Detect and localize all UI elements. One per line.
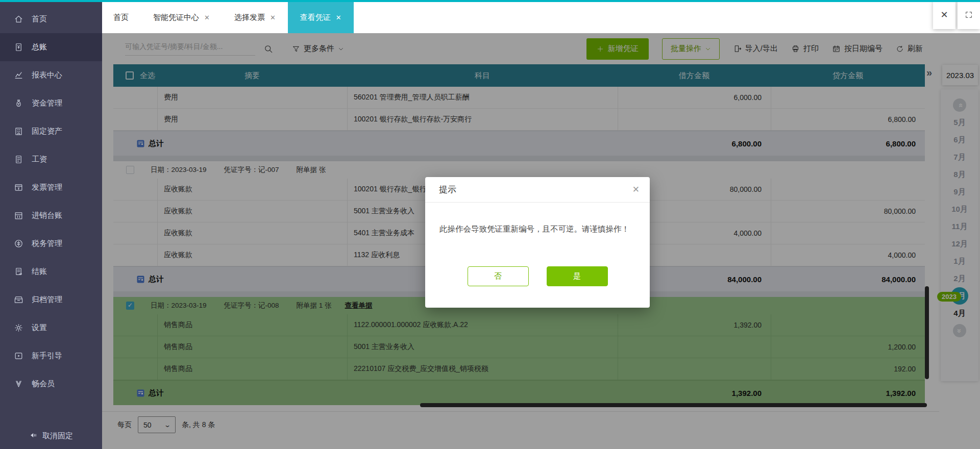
sidebar-item-label: 总账 xyxy=(32,42,47,52)
sidebar-item-2[interactable]: 总账 xyxy=(0,33,102,61)
invoice-icon xyxy=(13,183,23,193)
sidebar-item-5[interactable]: 固定资产 xyxy=(0,117,102,145)
closing-icon xyxy=(13,267,23,277)
tab-2[interactable]: 智能凭证中心✕ xyxy=(141,2,222,33)
sidebar-unpin-label: 取消固定 xyxy=(42,431,73,441)
guide-icon xyxy=(13,351,23,361)
sidebar-item-label: 工资 xyxy=(32,155,47,164)
tab-close-icon[interactable]: ✕ xyxy=(270,14,276,21)
sidebar-item-1[interactable]: 首页 xyxy=(0,5,102,33)
sidebar-item-14[interactable]: 畅会员 xyxy=(0,370,102,398)
fullscreen-icon xyxy=(965,11,973,19)
tab-3[interactable]: 选择发票✕ xyxy=(222,2,288,33)
sidebar-item-4[interactable]: 资金管理 xyxy=(0,89,102,117)
sidebar-item-label: 固定资产 xyxy=(32,127,62,136)
sidebar-item-label: 资金管理 xyxy=(32,98,62,108)
home-icon xyxy=(13,14,23,24)
tab-label: 选择发票 xyxy=(234,13,265,22)
sidebar-item-label: 发票管理 xyxy=(32,183,62,192)
sidebar-item-label: 首页 xyxy=(32,14,47,24)
sidebar-item-label: 进销台账 xyxy=(32,211,62,220)
dialog-message: 此操作会导致凭证重新编号，且不可逆。请谨慎操作！ xyxy=(425,203,650,235)
member-icon xyxy=(13,379,23,389)
fullscreen-button[interactable] xyxy=(958,0,980,29)
ledger-icon xyxy=(13,42,23,53)
tab-4[interactable]: 查看凭证✕ xyxy=(288,2,354,33)
sidebar-item-label: 畅会员 xyxy=(32,379,55,389)
archive-icon xyxy=(13,295,23,305)
sidebar-unpin-button[interactable]: 取消固定 xyxy=(0,422,102,449)
top-accent-strip xyxy=(0,0,980,2)
funds-icon xyxy=(13,98,23,109)
sidebar-item-label: 归档管理 xyxy=(32,295,62,305)
assets-icon xyxy=(13,127,23,137)
tab-bar: 首页智能凭证中心✕选择发票✕查看凭证✕ xyxy=(102,2,980,33)
sidebar-item-13[interactable]: 新手引导 xyxy=(0,342,102,370)
tab-label: 查看凭证 xyxy=(300,13,331,22)
tab-close-icon[interactable]: ✕ xyxy=(336,14,341,21)
dialog-no-button[interactable]: 否 xyxy=(468,266,529,286)
sidebar-item-12[interactable]: 设置 xyxy=(0,314,102,342)
collapse-pin-icon xyxy=(29,431,39,441)
close-window-button[interactable]: ✕ xyxy=(933,0,955,29)
sidebar-item-8[interactable]: 进销台账 xyxy=(0,202,102,230)
report-icon xyxy=(13,70,23,81)
settings-icon xyxy=(13,323,23,333)
sidebar-item-label: 结账 xyxy=(32,267,47,277)
tax-icon xyxy=(13,239,23,249)
tab-1[interactable]: 首页 xyxy=(102,2,141,33)
inventory-icon xyxy=(13,211,23,221)
tab-label: 智能凭证中心 xyxy=(153,13,199,22)
dialog-yes-button[interactable]: 是 xyxy=(547,266,608,286)
sidebar-item-label: 税务管理 xyxy=(32,239,62,248)
dialog-close-icon[interactable]: ✕ xyxy=(632,184,640,195)
sidebar-item-10[interactable]: 结账 xyxy=(0,258,102,286)
sidebar-item-11[interactable]: 归档管理 xyxy=(0,286,102,314)
sidebar-item-label: 新手引导 xyxy=(32,351,62,361)
sidebar: 首页总账报表中心资金管理固定资产工资发票管理进销台账税务管理结账归档管理设置新手… xyxy=(0,0,102,449)
sidebar-item-3[interactable]: 报表中心 xyxy=(0,61,102,89)
sidebar-item-6[interactable]: 工资 xyxy=(0,145,102,173)
salary-icon xyxy=(13,155,23,165)
sidebar-item-7[interactable]: 发票管理 xyxy=(0,173,102,202)
tab-label: 首页 xyxy=(113,13,129,22)
app-window: 首页总账报表中心资金管理固定资产工资发票管理进销台账税务管理结账归档管理设置新手… xyxy=(0,0,980,449)
sidebar-item-label: 报表中心 xyxy=(32,70,62,80)
sidebar-item-9[interactable]: 税务管理 xyxy=(0,230,102,258)
tab-close-icon[interactable]: ✕ xyxy=(204,14,210,21)
dialog-title: 提示 xyxy=(439,184,456,195)
confirm-dialog: 提示 ✕ 此操作会导致凭证重新编号，且不可逆。请谨慎操作！ 否 是 xyxy=(425,177,650,308)
sidebar-item-label: 设置 xyxy=(32,323,47,333)
window-controls: ✕ xyxy=(931,0,980,29)
